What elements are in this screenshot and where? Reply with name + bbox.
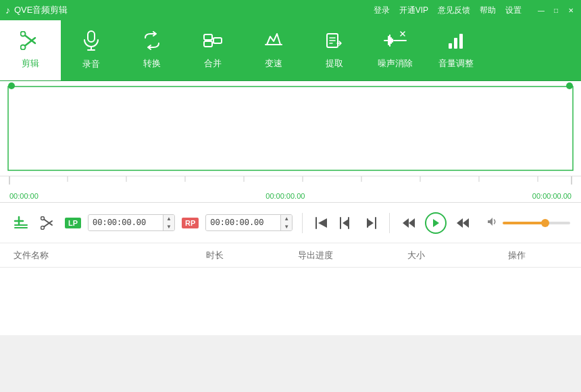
denoise-icon <box>383 31 407 53</box>
lp-time-input-wrap: ▲ ▼ <box>88 214 175 231</box>
volume-group <box>486 216 570 230</box>
cut-button[interactable] <box>38 215 58 231</box>
toolbar: 剪辑 录音 转换 <box>0 20 581 81</box>
rp-spin-up[interactable]: ▲ <box>281 215 292 223</box>
speed-label: 变速 <box>265 57 282 70</box>
svg-rect-28 <box>8 87 573 170</box>
toolbar-clip[interactable]: 剪辑 <box>0 20 61 80</box>
svg-point-3 <box>21 45 26 50</box>
divider-1 <box>302 213 303 233</box>
file-list-body <box>0 268 581 335</box>
tick-svg <box>0 176 581 190</box>
titlebar: ♪ QVE音频剪辑 登录 开通VIP 意见反馈 帮助 设置 — □ ✕ <box>0 0 581 20</box>
titlebar-left: ♪ QVE音频剪辑 <box>5 4 68 16</box>
svg-rect-7 <box>204 34 212 40</box>
extract-label: 提取 <box>326 57 343 70</box>
svg-rect-25 <box>449 43 452 49</box>
add-file-button[interactable] <box>11 214 31 232</box>
mark-out-button[interactable] <box>361 216 380 230</box>
transport-group <box>312 216 380 230</box>
convert-icon <box>142 31 162 53</box>
settings-link[interactable]: 设置 <box>505 5 522 16</box>
goto-start-button[interactable] <box>312 216 331 230</box>
toolbar-volume[interactable]: 音量调整 <box>426 20 486 80</box>
rewind-button[interactable] <box>399 216 418 230</box>
time-right: 00:00:00.00 <box>532 192 572 200</box>
waveform-svg <box>0 81 581 176</box>
window-controls: — □ ✕ <box>536 5 576 15</box>
waveform-canvas[interactable] <box>0 81 581 176</box>
col-header-duration: 时长 <box>165 249 266 262</box>
divider-2 <box>389 213 390 233</box>
volume-adjust-icon <box>446 31 466 53</box>
toolbar-convert[interactable]: 转换 <box>122 20 182 80</box>
file-list-area: 文件名称 时长 导出进度 大小 操作 <box>0 243 581 335</box>
controls-row: LP ▲ ▼ RP ▲ ▼ <box>0 203 581 243</box>
svg-rect-9 <box>213 38 222 43</box>
volume-icon <box>486 216 499 230</box>
clip-label: 剪辑 <box>22 57 39 70</box>
lp-spin-up[interactable]: ▲ <box>163 215 174 223</box>
fastforward-button[interactable] <box>453 216 472 230</box>
timeline-ruler: ticks rendered below 00:00:00 00:00:00.0… <box>0 176 581 203</box>
svg-point-2 <box>21 32 26 36</box>
close-button[interactable]: ✕ <box>566 5 576 15</box>
titlebar-right: 登录 开通VIP 意见反馈 帮助 设置 — □ ✕ <box>374 5 576 16</box>
file-list-header: 文件名称 时长 导出进度 大小 操作 <box>0 243 581 268</box>
rp-spin-down[interactable]: ▼ <box>281 223 292 231</box>
toolbar-extract[interactable]: 提取 <box>304 20 365 80</box>
login-link[interactable]: 登录 <box>374 5 390 16</box>
rp-spinners: ▲ ▼ <box>280 215 292 230</box>
toolbar-speed[interactable]: 变速 <box>243 20 304 80</box>
volume-slider[interactable] <box>503 222 570 224</box>
lp-spin-down[interactable]: ▼ <box>163 223 174 231</box>
lp-time-input[interactable] <box>89 216 163 230</box>
lp-spinners: ▲ ▼ <box>163 215 174 230</box>
svg-rect-4 <box>88 31 95 42</box>
rp-tag: RP <box>182 218 199 228</box>
play-button[interactable] <box>425 212 447 234</box>
merge-label: 合并 <box>204 57 222 70</box>
feedback-link[interactable]: 意见反馈 <box>438 5 470 16</box>
svg-rect-26 <box>454 38 457 49</box>
svg-point-47 <box>41 226 45 229</box>
toolbar-merge[interactable]: 合并 <box>182 20 243 80</box>
time-center: 00:00:00.00 <box>266 192 305 200</box>
convert-label: 转换 <box>143 57 161 70</box>
rp-time-input-wrap: ▲ ▼ <box>205 214 293 231</box>
denoise-label: 噪声消除 <box>378 57 413 70</box>
col-header-size: 大小 <box>366 249 467 262</box>
speed-icon <box>263 31 284 53</box>
record-label: 录音 <box>82 58 100 70</box>
svg-rect-27 <box>459 34 463 49</box>
waveform-container: ticks rendered below 00:00:00 00:00:00.0… <box>0 81 581 203</box>
col-header-action: 操作 <box>467 249 567 262</box>
toolbar-record[interactable]: 录音 <box>61 20 122 80</box>
volume-adjust-label: 音量调整 <box>438 57 474 70</box>
mark-in-button[interactable] <box>336 216 355 230</box>
app-icon-unicode: ♪ <box>5 5 10 16</box>
lp-tag: LP <box>65 218 81 228</box>
maximize-button[interactable]: □ <box>551 5 561 15</box>
minimize-button[interactable]: — <box>536 5 546 15</box>
help-link[interactable]: 帮助 <box>480 5 496 16</box>
time-left: 00:00:00 <box>9 192 39 200</box>
svg-rect-8 <box>204 41 212 47</box>
extract-icon <box>324 31 345 53</box>
mic-icon <box>82 30 100 54</box>
toolbar-denoise[interactable]: 噪声消除 <box>365 20 426 80</box>
col-header-progress: 导出进度 <box>266 249 366 262</box>
svg-point-46 <box>41 216 45 220</box>
clip-icon <box>20 31 41 53</box>
rp-time-input[interactable] <box>206 216 280 230</box>
app-title: QVE音频剪辑 <box>14 4 68 16</box>
col-header-name: 文件名称 <box>14 249 165 262</box>
vip-link[interactable]: 开通VIP <box>399 5 428 16</box>
time-labels: 00:00:00 00:00:00.00 00:00:00.00 <box>0 192 581 200</box>
merge-icon <box>203 31 223 53</box>
